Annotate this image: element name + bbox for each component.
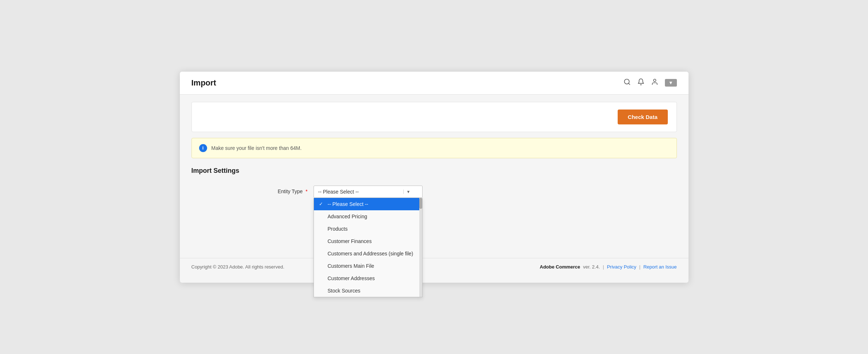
search-icon[interactable] bbox=[623, 78, 631, 87]
footer-separator: | bbox=[603, 264, 604, 270]
check-data-button[interactable]: Check Data bbox=[618, 110, 668, 124]
user-dropdown[interactable]: ▼ bbox=[665, 79, 677, 87]
footer-right: Adobe Commerce ver. 2.4. | Privacy Polic… bbox=[540, 264, 677, 270]
page-header: Import bbox=[180, 72, 689, 95]
dropdown-scrollbar[interactable] bbox=[419, 198, 422, 297]
main-window: Import bbox=[180, 72, 689, 283]
privacy-policy-link[interactable]: Privacy Policy bbox=[607, 264, 636, 270]
dropdown-option-please-select[interactable]: ✓ -- Please Select -- bbox=[314, 198, 422, 210]
svg-point-2 bbox=[653, 79, 656, 82]
option-label: -- Please Select -- bbox=[328, 201, 368, 207]
brand-name: Adobe Commerce bbox=[540, 264, 580, 270]
option-label: Customers and Addresses (single file) bbox=[328, 251, 413, 256]
entity-type-select-wrapper: -- Please Select -- ▼ ✓ -- Please Select… bbox=[314, 186, 423, 198]
notice-message: Make sure your file isn't more than 64M. bbox=[211, 145, 302, 151]
dropdown-option-customers-main-file[interactable]: Customers Main File bbox=[314, 260, 422, 272]
action-bar: Check Data bbox=[191, 102, 677, 132]
option-label: Customers Main File bbox=[328, 263, 374, 269]
option-label: Customer Finances bbox=[328, 238, 372, 244]
copyright-text: Copyright © 2023 Adobe. All rights reser… bbox=[191, 264, 284, 270]
entity-type-row: Entity Type * -- Please Select -- ▼ bbox=[191, 182, 677, 202]
entity-type-label: Entity Type * bbox=[191, 186, 308, 194]
option-label: Products bbox=[328, 226, 348, 232]
import-settings-section: Import Settings Entity Type * -- Please … bbox=[191, 167, 677, 202]
user-icon[interactable] bbox=[651, 78, 658, 87]
entity-type-dropdown: ✓ -- Please Select -- Advanced Pricing P bbox=[314, 198, 423, 297]
dropdown-option-stock-sources[interactable]: Stock Sources bbox=[314, 285, 422, 297]
dropdown-option-customer-finances[interactable]: Customer Finances bbox=[314, 235, 422, 247]
dropdown-option-customers-and-addresses[interactable]: Customers and Addresses (single file) bbox=[314, 247, 422, 260]
option-label: Customer Addresses bbox=[328, 275, 375, 281]
report-issue-link[interactable]: Report an Issue bbox=[643, 264, 677, 270]
info-icon: i bbox=[199, 144, 207, 152]
dropdown-option-advanced-pricing[interactable]: Advanced Pricing bbox=[314, 210, 422, 223]
page-title: Import bbox=[191, 78, 216, 88]
select-value: -- Please Select -- bbox=[318, 189, 359, 195]
bell-icon[interactable] bbox=[637, 78, 645, 87]
main-content: Check Data i Make sure your file isn't m… bbox=[180, 95, 689, 258]
required-indicator: * bbox=[306, 188, 307, 194]
import-settings-title: Import Settings bbox=[191, 167, 677, 175]
version-text: ver. 2.4. bbox=[583, 264, 600, 270]
dropdown-option-products[interactable]: Products bbox=[314, 223, 422, 235]
check-icon: ✓ bbox=[319, 201, 325, 207]
svg-line-1 bbox=[629, 83, 630, 85]
page-footer: Copyright © 2023 Adobe. All rights reser… bbox=[180, 258, 689, 275]
notice-bar: i Make sure your file isn't more than 64… bbox=[191, 138, 677, 158]
footer-separator-2: | bbox=[639, 264, 640, 270]
header-actions: ▼ bbox=[623, 78, 677, 87]
scrollbar-thumb[interactable] bbox=[419, 198, 422, 209]
entity-type-select[interactable]: -- Please Select -- ▼ bbox=[314, 186, 423, 198]
dropdown-arrow-icon: ▼ bbox=[403, 190, 411, 194]
dropdown-option-customer-addresses[interactable]: Customer Addresses bbox=[314, 272, 422, 285]
option-label: Advanced Pricing bbox=[328, 214, 367, 219]
option-label: Stock Sources bbox=[328, 288, 360, 294]
